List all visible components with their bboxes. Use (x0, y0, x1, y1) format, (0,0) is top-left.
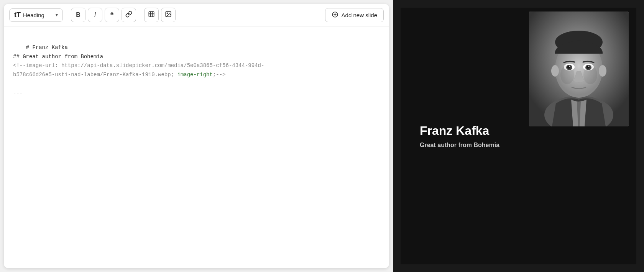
add-slide-button[interactable]: Add new slide (325, 8, 384, 22)
link-button[interactable] (122, 8, 136, 22)
slide-preview: Franz Kafka Great author from Bohemia (401, 8, 636, 264)
chevron-down-icon: ▾ (56, 12, 58, 18)
table-button[interactable] (144, 8, 159, 22)
bold-button[interactable]: B (71, 8, 85, 22)
text-format-icon: tT (14, 11, 21, 19)
heading-label: Heading (23, 12, 44, 18)
svg-point-25 (583, 65, 597, 84)
plus-circle-icon (332, 11, 338, 19)
svg-point-24 (560, 65, 574, 84)
link-icon (125, 11, 132, 19)
italic-icon: I (94, 11, 96, 18)
slide-portrait-image (529, 11, 629, 126)
slide-subtitle: Great author from Bohemia (420, 142, 617, 149)
svg-point-6 (167, 13, 168, 13)
svg-rect-0 (149, 11, 154, 17)
code-editor[interactable]: # Franz Kafka ## Great author from Bohem… (4, 26, 389, 268)
line-1: # Franz Kafka ## Great author from Bohem… (13, 44, 264, 96)
toolbar: tT Heading ▾ B I ❝ (4, 4, 389, 26)
editor-panel: tT Heading ▾ B I ❝ (4, 4, 389, 268)
svg-point-14 (551, 65, 559, 77)
toolbar-divider-2 (140, 10, 140, 20)
bold-icon: B (76, 11, 80, 18)
preview-panel: Franz Kafka Great author from Bohemia (393, 0, 644, 272)
svg-point-15 (599, 65, 606, 77)
toolbar-divider-1 (67, 10, 67, 20)
image-icon (165, 11, 172, 19)
slide-text-content: Franz Kafka Great author from Bohemia (420, 124, 617, 149)
image-button[interactable] (161, 8, 176, 22)
heading-dropdown-button[interactable]: tT Heading ▾ (9, 8, 63, 22)
italic-button[interactable]: I (88, 8, 102, 22)
add-slide-label: Add new slide (342, 12, 377, 18)
table-icon (148, 11, 155, 19)
blockquote-button[interactable]: ❝ (105, 8, 119, 22)
portrait-svg (529, 11, 629, 126)
quote-icon: ❝ (110, 11, 114, 19)
